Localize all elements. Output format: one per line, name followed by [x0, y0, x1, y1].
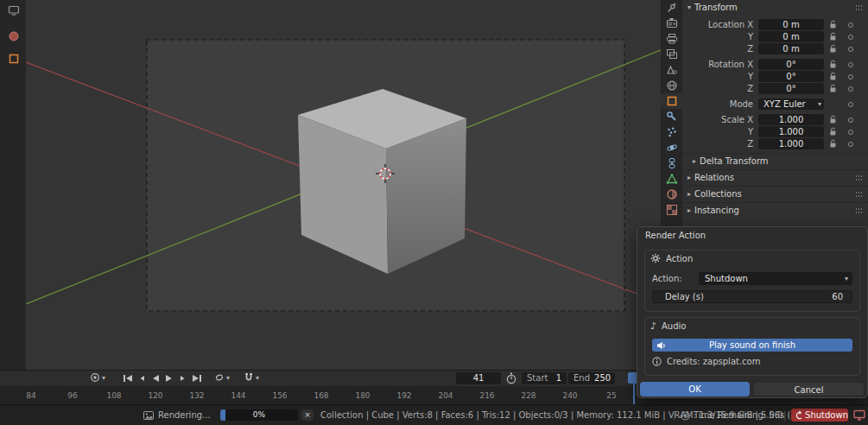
panel-delta-transform[interactable]: ▸ Delta Transform	[682, 153, 868, 168]
left-tab-display[interactable]	[7, 3, 21, 17]
lock-icon[interactable]	[829, 72, 837, 81]
left-tab-object[interactable]	[7, 52, 21, 66]
delay-label: Delay (s)	[665, 291, 704, 302]
animate-dot[interactable]	[848, 47, 853, 52]
cancel-render-button[interactable]: ×	[301, 409, 314, 421]
texture-icon	[666, 204, 678, 216]
tab-material[interactable]	[661, 187, 682, 202]
tab-object-data[interactable]	[661, 171, 682, 187]
next-keyframe-button[interactable]	[176, 372, 190, 384]
separator: |	[673, 410, 675, 420]
animate-dot[interactable]	[848, 130, 853, 135]
current-frame-field[interactable]: 41	[456, 372, 501, 384]
animate-dot[interactable]	[848, 62, 853, 67]
ok-button[interactable]: OK	[640, 382, 750, 396]
jump-end-button[interactable]	[190, 372, 204, 384]
credits-text: Credits: zapsplat.com	[667, 357, 760, 366]
3d-viewport[interactable]	[26, 0, 661, 370]
tab-tool[interactable]	[661, 0, 682, 16]
tab-particles[interactable]	[661, 124, 682, 140]
scale-x-field[interactable]: 1.000	[758, 114, 824, 125]
panel-grip-icon[interactable]	[855, 191, 863, 198]
frame-end-field[interactable]: End 250	[568, 372, 615, 384]
tab-view-layer[interactable]	[661, 47, 682, 62]
prev-keyframe-button[interactable]	[135, 372, 149, 384]
tab-texture[interactable]	[661, 202, 682, 218]
jump-start-button[interactable]	[121, 372, 135, 384]
scale-y-field[interactable]: 1.000	[758, 126, 824, 137]
scale-z-field[interactable]: 1.000	[758, 138, 824, 149]
ruler-tick: 240	[562, 391, 577, 400]
transform-panel-header[interactable]: ▾ Transform	[682, 0, 868, 15]
status-bar: Rendering... 0% × Collection | Cube | Ve…	[0, 404, 868, 425]
animate-dot[interactable]	[848, 117, 853, 123]
lock-icon[interactable]	[829, 139, 837, 149]
animate-dot[interactable]	[848, 142, 853, 147]
audio-section-header[interactable]: ♪ Audio	[650, 320, 686, 332]
animate-dot[interactable]	[848, 74, 853, 79]
animate-dot[interactable]	[848, 35, 853, 40]
world-globe-icon	[666, 79, 678, 92]
panel-instancing[interactable]: ▸ Instancing	[682, 202, 868, 218]
use-preview-range-button[interactable]	[505, 372, 517, 386]
action-select[interactable]: Shutdown ▾	[699, 272, 852, 285]
tab-world[interactable]	[661, 78, 682, 93]
play-sound-label: Play sound on finish	[709, 340, 795, 350]
panel-title: Transform	[694, 3, 738, 12]
sync-dropdown[interactable]: ▾	[214, 372, 230, 383]
rotation-mode-dropdown[interactable]: XYZ Euler▾	[758, 98, 824, 110]
tab-scene[interactable]	[661, 62, 682, 78]
tab-modifiers[interactable]	[661, 109, 682, 124]
delay-slider[interactable]: Delay (s) 60	[652, 290, 852, 303]
tab-constraints[interactable]	[661, 155, 682, 171]
panel-grip-icon[interactable]	[855, 174, 863, 181]
stopwatch-icon	[505, 372, 517, 384]
ruler-tick: 84	[26, 391, 35, 400]
current-frame-value: 41	[473, 373, 485, 383]
action-section-header[interactable]: Action	[650, 253, 693, 263]
object-square-icon	[8, 53, 20, 65]
location-x-field[interactable]: 0 m	[758, 19, 824, 30]
info-icon	[652, 357, 662, 366]
animate-dot[interactable]	[848, 86, 853, 92]
rotation-x-field[interactable]: 0°	[758, 59, 824, 70]
audio-section: ♪ Audio Play sound on finish Credits: za…	[644, 317, 860, 376]
rendering-label: Rendering...	[158, 410, 211, 420]
lock-icon[interactable]	[829, 84, 837, 93]
lock-icon[interactable]	[829, 60, 837, 69]
cancel-button[interactable]: Cancel	[753, 382, 865, 396]
field-label: Rotation X	[682, 59, 753, 70]
animate-dot[interactable]	[848, 22, 853, 28]
shutdown-monitor-icon[interactable]	[853, 409, 865, 423]
separator: |	[783, 410, 786, 420]
lock-icon[interactable]	[829, 115, 837, 124]
tab-physics[interactable]	[661, 140, 682, 155]
sync-icon	[214, 372, 225, 383]
animate-dot[interactable]	[848, 102, 853, 107]
lock-icon[interactable]	[829, 44, 837, 54]
panel-grip-icon[interactable]	[855, 207, 863, 214]
play-button[interactable]	[162, 372, 176, 384]
rotation-z-field[interactable]: 0°	[758, 83, 824, 94]
lock-icon[interactable]	[829, 32, 837, 41]
play-reverse-button[interactable]	[149, 372, 162, 384]
panel-relations[interactable]: ▸ Relations	[682, 169, 868, 185]
dropdown-value: XYZ Euler	[763, 99, 806, 109]
left-tab-material[interactable]	[7, 29, 21, 43]
frame-start-field[interactable]: Start 1	[522, 372, 567, 384]
play-sound-toggle[interactable]: Play sound on finish	[652, 339, 852, 352]
rotation-y-field[interactable]: 0°	[758, 71, 824, 82]
snap-dropdown[interactable]: ▾	[244, 372, 259, 383]
credits-row: Credits: zapsplat.com	[652, 357, 760, 366]
tab-render[interactable]	[661, 16, 682, 31]
tab-output[interactable]	[661, 31, 682, 47]
shutdown-badge[interactable]: Shutdown	[791, 409, 848, 422]
panel-collections[interactable]: ▸ Collections	[682, 186, 868, 201]
lock-icon[interactable]	[829, 20, 837, 29]
lock-icon[interactable]	[829, 127, 837, 136]
location-z-field[interactable]: 0 m	[758, 43, 824, 54]
auto-keying-dropdown[interactable]: ▾	[90, 372, 105, 383]
tab-object[interactable]	[661, 93, 682, 109]
panel-grip-icon[interactable]	[855, 4, 863, 11]
location-y-field[interactable]: 0 m	[758, 31, 824, 42]
